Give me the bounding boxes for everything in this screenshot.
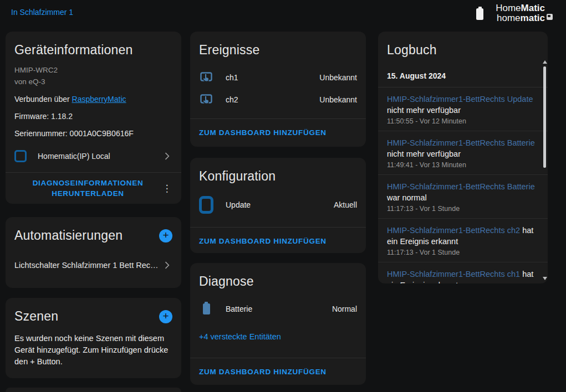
raspberrymatic-link[interactable]: RaspberryMatic xyxy=(72,95,126,104)
logbook-entry[interactable]: HMIP-Schlafzimmer1-BettRechts Batterie w… xyxy=(378,175,548,219)
connected-via-line: Verbunden über RaspberryMatic xyxy=(14,94,172,105)
chevron-right-icon xyxy=(161,260,172,271)
top-header: In Schlafzimmer 1 HomeMatic homematic xyxy=(0,0,566,27)
integration-name: Homematic(IP) Local xyxy=(38,152,161,161)
automations-title: Automatisierungen xyxy=(14,228,123,243)
device-info-title: Geräteinformationen xyxy=(6,32,181,58)
brand-text-home-2: home xyxy=(497,13,521,23)
log-timestamp: 11:50:55 - Vor 12 Minuten xyxy=(387,117,539,125)
logbook-card: Logbuch 15. August 2024 HMIP-Schlafzimme… xyxy=(378,32,548,283)
log-entity-link[interactable]: HMIP-Schlafzimmer1-BettRechts Update xyxy=(387,95,533,104)
homematic-ip-local-logo-icon xyxy=(14,150,27,162)
chevron-right-icon xyxy=(161,151,172,162)
logbook-entry[interactable]: HMIP-Schlafzimmer1-BettRechts Update nic… xyxy=(378,87,548,131)
automation-row[interactable]: Lichtschalter Schlafzimmer 1 Bett Rec… xyxy=(6,260,181,271)
logbook-title: Logbuch xyxy=(378,32,548,58)
add-to-dashboard-button[interactable]: ZUM DASHBOARD HINZUFÜGEN xyxy=(199,128,327,137)
log-entity-link[interactable]: HMIP-Schlafzimmer1-BettRechts ch1 xyxy=(387,270,520,278)
brand-line-homematic: HomeMatic xyxy=(496,3,545,13)
automations-card: Automatisierungen + Lichtschalter Schlaf… xyxy=(6,217,181,288)
diagnostics-card: Diagnose Batterie Normal +4 versteckte E… xyxy=(190,263,366,385)
add-to-dashboard-button[interactable]: ZUM DASHBOARD HINZUFÜGEN xyxy=(199,368,327,376)
brand-logo: HomeMatic homematic xyxy=(476,3,553,23)
log-entity-link[interactable]: HMIP-Schlafzimmer1-BettRechts ch2 xyxy=(387,226,520,235)
device-model: HMIP-WRC2 xyxy=(14,64,172,76)
add-automation-button[interactable]: + xyxy=(159,229,172,243)
brand-line-homematic-ip: homematic xyxy=(496,13,553,23)
logbook-entry[interactable]: HMIP-Schlafzimmer1-BettRechts Batterie n… xyxy=(378,131,548,175)
events-card: Ereignisse ch1 Unbekannt xyxy=(190,32,366,147)
gesture-tap-button-icon xyxy=(199,71,213,84)
hidden-entities-link[interactable]: +4 versteckte Entitäten xyxy=(199,332,357,341)
entity-row-ch2[interactable]: ch2 Unbekannt xyxy=(190,89,366,111)
breadcrumb-area-link[interactable]: In Schlafzimmer 1 xyxy=(11,8,73,17)
integration-row-homematic-ip-local[interactable]: Homematic(IP) Local xyxy=(6,147,181,166)
firmware-line: Firmware: 1.18.2 xyxy=(14,111,172,122)
add-to-dashboard-button[interactable]: ZUM DASHBOARD HINZUFÜGEN xyxy=(199,237,327,245)
homematic-ip-local-logo-icon xyxy=(199,196,213,214)
entity-state: Unbekannt xyxy=(319,73,357,82)
serial-line: Seriennummer: 0001A0C9B0616F xyxy=(14,128,172,139)
device-manufacturer: von eQ-3 xyxy=(14,76,172,87)
scrollbar-arrow-up-icon[interactable] xyxy=(543,60,547,64)
logbook-entry[interactable]: HMIP-Schlafzimmer1-BettRechts ch2 hat ei… xyxy=(378,219,548,262)
entity-row-ch1[interactable]: ch1 Unbekannt xyxy=(190,66,366,89)
brand-text-matic-2: matic xyxy=(521,13,545,23)
brand-wordmark: HomeMatic homematic xyxy=(496,3,553,23)
brand-text-home: Home xyxy=(496,3,521,13)
log-message: nicht mehr verfügbar xyxy=(387,106,461,115)
entity-row-update[interactable]: Update Aktuell xyxy=(190,189,366,220)
scenes-card: Szenen + Es wurden noch keine Szenen mit… xyxy=(6,298,181,378)
entity-row-battery[interactable]: Batterie Normal xyxy=(190,298,366,320)
partial-card xyxy=(6,388,181,392)
log-entity-link[interactable]: HMIP-Schlafzimmer1-BettRechts Batterie xyxy=(387,138,535,147)
add-scene-button[interactable]: + xyxy=(159,310,172,323)
log-message: nicht mehr verfügbar xyxy=(387,149,461,158)
entity-name: ch2 xyxy=(226,95,319,104)
scrollbar-arrow-down-icon[interactable] xyxy=(543,277,547,280)
events-title: Ereignisse xyxy=(190,32,366,58)
log-timestamp: 11:49:41 - Vor 13 Minuten xyxy=(387,161,539,169)
log-message: war normal xyxy=(387,193,427,202)
configuration-title: Konfiguration xyxy=(190,158,366,184)
gesture-tap-button-icon xyxy=(199,93,213,106)
automation-name: Lichtschalter Schlafzimmer 1 Bett Rec… xyxy=(14,261,161,270)
device-info-card: Geräteinformationen HMIP-WRC2 von eQ-3 V… xyxy=(6,32,181,204)
logbook-date-header: 15. August 2024 xyxy=(387,71,539,80)
download-diagnostics-button[interactable]: DIAGNOSEINFORMATIONEN HERUNTERLADEN xyxy=(14,178,161,199)
scenes-title: Szenen xyxy=(14,309,58,324)
brand-text-matic: Matic xyxy=(521,3,545,13)
overflow-menu-icon[interactable]: ⋮ xyxy=(161,184,172,193)
battery-icon xyxy=(476,8,483,20)
entity-name: Batterie xyxy=(226,305,332,313)
log-timestamp: 11:17:13 - Vor 1 Stunde xyxy=(387,205,539,213)
homematic-ip-badge-icon xyxy=(547,14,553,20)
logbook-entry[interactable]: HMIP-Schlafzimmer1-BettRechts ch1 hat ei… xyxy=(378,262,548,283)
entity-name: ch1 xyxy=(226,73,319,82)
entity-name: Update xyxy=(226,200,334,209)
diagnostics-title: Diagnose xyxy=(190,263,366,289)
log-timestamp: 11:17:13 - Vor 1 Stunde xyxy=(387,249,539,256)
scenes-empty-text: Es wurden noch keine Szenen mit diesem G… xyxy=(14,333,172,368)
entity-state: Unbekannt xyxy=(319,95,357,104)
entity-state: Normal xyxy=(332,305,357,313)
battery-icon xyxy=(199,303,213,314)
entity-state: Aktuell xyxy=(334,200,357,209)
connected-via-label: Verbunden über xyxy=(14,95,72,104)
scrollbar-thumb[interactable] xyxy=(543,66,546,168)
log-entity-link[interactable]: HMIP-Schlafzimmer1-BettRechts Batterie xyxy=(387,182,535,191)
configuration-card: Konfiguration Update Aktuell ZUM DASHBOA… xyxy=(190,158,366,253)
